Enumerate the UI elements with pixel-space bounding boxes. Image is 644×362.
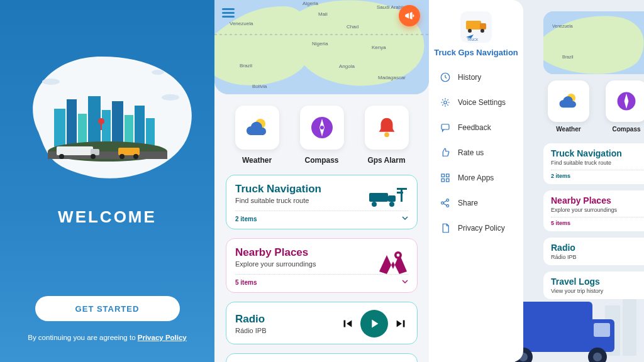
card-radio[interactable]: Radio Rádio IPB: [226, 302, 418, 344]
svg-text:Kenya: Kenya: [372, 45, 386, 50]
svg-text:Brazil: Brazil: [562, 55, 574, 59]
svg-text:Venezuela: Venezuela: [230, 21, 253, 26]
tile-alarm[interactable]: Gps Alarm: [358, 106, 415, 165]
card-nearby-places[interactable]: Nearby Places Explore your surroundings …: [226, 238, 418, 293]
truck-route-icon: [369, 187, 408, 212]
card-truck-navigation[interactable]: Truck Navigation Find suitable truck rou…: [226, 175, 418, 229]
city-illustration: [42, 84, 174, 174]
tile-compass[interactable]: Compass: [601, 80, 644, 137]
svg-rect-45: [397, 192, 403, 194]
drawer-item-feedback[interactable]: Feedback: [429, 116, 523, 139]
welcome-illustration: [13, 38, 202, 195]
drawer-item-rate-us[interactable]: Rate us: [429, 141, 523, 164]
alarm-icon: [365, 106, 409, 150]
svg-rect-80: [447, 179, 450, 182]
drawer-item-more-apps[interactable]: More Apps: [429, 167, 523, 189]
svg-rect-77: [441, 174, 445, 177]
card-travel-logs[interactable]: Travel Logs View your trip history: [543, 272, 644, 299]
tile-row: Weather Compass Gps Alarm: [214, 106, 429, 165]
share-icon: [439, 197, 452, 209]
drawer-item-privacy[interactable]: Privacy Policy: [429, 217, 523, 239]
svg-point-21: [133, 154, 138, 159]
tile-compass[interactable]: Compass: [294, 106, 350, 165]
svg-rect-7: [102, 110, 111, 146]
notification-button[interactable]: [399, 5, 420, 26]
items-count: 2 items: [235, 216, 257, 222]
svg-point-68: [593, 353, 602, 361]
tile-label: Weather: [556, 126, 580, 133]
svg-rect-10: [135, 106, 145, 146]
cards-list: Truck Navigation Find suitable truck rou…: [214, 165, 429, 362]
map-preview: VenezuelaBrazil: [543, 11, 644, 74]
clock-icon: [439, 71, 452, 84]
svg-rect-4: [67, 99, 77, 146]
svg-point-38: [384, 133, 389, 138]
svg-text:Chad: Chad: [347, 24, 358, 30]
tile-label: Weather: [242, 156, 272, 165]
drawer-label: History: [458, 73, 481, 82]
weather-icon: [548, 80, 589, 122]
next-button[interactable]: [394, 317, 408, 331]
svg-rect-79: [441, 179, 445, 182]
tile-weather[interactable]: Weather: [229, 106, 286, 165]
tile-weather[interactable]: Weather: [543, 80, 594, 137]
privacy-policy-link[interactable]: Privacy Policy: [138, 334, 187, 341]
terms-pre: By continuing you are agreeing to: [28, 334, 138, 341]
svg-point-47: [397, 254, 400, 257]
svg-point-42: [389, 202, 394, 207]
drawer-item-share[interactable]: Share: [429, 192, 523, 214]
svg-point-18: [91, 154, 96, 159]
card-nearby-places[interactable]: Nearby Places Explore your surroundings …: [543, 190, 644, 231]
drawer-list: History Voice Settings Feedback Rate us …: [429, 66, 523, 239]
card-travel-logs[interactable]: Travel Logs: [226, 353, 418, 362]
svg-rect-64: [594, 323, 610, 337]
tile-label: Gps Alarm: [367, 156, 405, 165]
svg-point-20: [119, 154, 125, 159]
compass-icon: [300, 106, 344, 150]
card-subtitle: Find suitable truck route: [551, 160, 644, 166]
cards-preview: Truck Navigation Find suitable truck rou…: [543, 143, 644, 299]
tile-row-preview: Weather Compass: [543, 80, 644, 137]
svg-text:Nigeria: Nigeria: [312, 41, 328, 47]
map-view[interactable]: Venezuela Brazil Bolivia Algeria Mali Ch…: [214, 0, 429, 94]
svg-text:Madagascar: Madagascar: [378, 75, 406, 80]
gear-icon: [439, 96, 452, 109]
home-preview: VenezuelaBrazil Weather Compass Truck Na…: [543, 11, 644, 299]
card-subtitle: View your trip history: [551, 288, 644, 294]
svg-rect-9: [125, 115, 133, 146]
drawer-item-history[interactable]: History: [429, 66, 523, 89]
card-radio[interactable]: Radio Rádio IPB: [543, 238, 644, 265]
compass-icon: [606, 80, 644, 122]
card-title: Radio: [551, 243, 644, 253]
feedback-icon: [439, 121, 452, 134]
items-count: 2 items: [551, 170, 644, 179]
drawer-item-voice-settings[interactable]: Voice Settings: [429, 91, 523, 114]
megaphone-icon: [404, 10, 415, 21]
svg-rect-3: [54, 109, 65, 146]
svg-rect-40: [388, 195, 396, 202]
get-started-button[interactable]: GET STARTED: [35, 296, 180, 321]
svg-text:Mali: Mali: [318, 11, 328, 17]
svg-rect-15: [57, 146, 93, 155]
card-title: Nearby Places: [551, 195, 644, 206]
terms-text: By continuing you are agreeing to Privac…: [28, 334, 187, 341]
svg-text:Angola: Angola: [339, 63, 355, 69]
play-button[interactable]: [360, 310, 388, 337]
home-screen: Venezuela Brazil Bolivia Algeria Mali Ch…: [214, 0, 429, 362]
svg-rect-43: [401, 188, 402, 202]
thumb-icon: [439, 146, 452, 159]
svg-point-41: [372, 202, 377, 207]
svg-rect-69: [466, 21, 481, 30]
drawer-screen: TRUCK Truck Gps Navigation History Voice…: [429, 0, 644, 362]
map-pin-icon: [378, 250, 408, 278]
tile-label: Compass: [304, 156, 338, 165]
drawer-label: Privacy Policy: [458, 224, 505, 233]
card-truck-navigation[interactable]: Truck Navigation Find suitable truck rou…: [543, 143, 644, 184]
prev-button[interactable]: [340, 317, 354, 331]
svg-text:Algeria: Algeria: [303, 1, 318, 6]
menu-icon[interactable]: [222, 6, 235, 19]
card-subtitle: Rádio IPB: [235, 327, 334, 334]
app-logo: TRUCK: [460, 11, 492, 43]
welcome-screen: WELCOME GET STARTED By continuing you ar…: [0, 0, 214, 362]
svg-rect-5: [78, 114, 87, 146]
